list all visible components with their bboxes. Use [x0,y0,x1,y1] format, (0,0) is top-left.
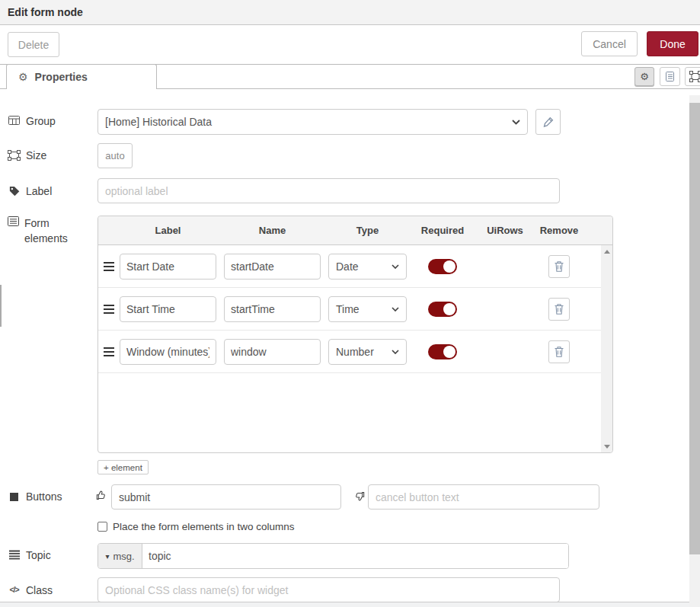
thumbs-up-icon [96,490,107,501]
pencil-icon [543,117,554,127]
form-elements-field-label: Form elements [8,216,73,247]
chevron-down-icon [512,120,520,125]
element-name-input[interactable] [224,254,321,280]
element-label-input[interactable] [120,254,216,280]
dialog-footer-strip [0,602,700,607]
add-element-button[interactable]: + element [97,460,149,474]
trash-icon [554,303,564,315]
form-element-row: Date [98,245,612,288]
form-elements-table-header: Label Name Type Required UiRows Remove [98,216,612,245]
topic-field-label: Topic [8,549,51,561]
group-select-value: [Home] Historical Data [105,116,212,128]
element-label-input[interactable] [120,296,216,322]
column-header-label: Label [120,225,216,236]
edit-form-node-dialog: Edit form node Delete Cancel Done ⚙ Prop… [0,0,700,607]
code-icon: </> [8,585,21,594]
caret-down-icon: ▾ [105,552,109,561]
scroll-up-icon[interactable] [601,245,612,257]
appearance-view-button[interactable] [685,67,700,86]
object-group-icon [8,150,21,161]
drag-handle-icon[interactable] [103,305,115,314]
table-grid-icon [8,116,21,125]
list-icon [8,216,19,226]
page-scrollbar-thumb[interactable] [689,103,700,554]
element-type-select[interactable]: Time [328,296,407,322]
form-elements-table-body: Date [98,245,612,452]
node-appearance-icon [689,71,700,82]
table-scrollbar[interactable] [601,245,612,452]
element-name-input[interactable] [224,339,321,365]
topic-typed-input: ▾ msg. [97,543,569,569]
gear-icon: ⚙ [18,72,28,82]
delete-button[interactable]: Delete [8,32,59,57]
align-justify-icon [8,550,21,560]
column-header-remove: Remove [532,225,587,236]
two-columns-checkbox[interactable] [97,522,107,532]
element-type-select[interactable]: Number [328,339,407,365]
form-element-row: Number [98,331,612,373]
element-type-select[interactable]: Date [328,254,407,280]
gear-icon: ⚙ [640,72,649,81]
element-name-input[interactable] [224,296,321,322]
topic-type-label: msg. [113,551,134,562]
cancel-button[interactable]: Cancel [581,31,638,56]
left-edge-divider [0,285,2,327]
tag-icon [8,186,21,196]
remove-element-button[interactable] [548,298,570,321]
chevron-down-icon [392,264,399,269]
element-label-input[interactable] [120,339,216,365]
column-header-type: Type [328,225,407,236]
edit-group-button[interactable] [535,109,561,135]
trash-icon [554,260,564,273]
remove-element-button[interactable] [548,340,570,363]
dialog-title: Edit form node [8,6,83,18]
form-element-row: Time [98,288,612,331]
class-input[interactable] [97,577,560,602]
size-field-label: Size [8,149,46,161]
topic-input[interactable] [142,544,568,568]
drag-handle-icon[interactable] [103,347,115,356]
chevron-down-icon [392,307,399,311]
trash-icon [554,346,564,358]
label-input[interactable] [97,178,560,203]
column-header-uirows: UiRows [478,225,532,236]
required-toggle[interactable] [428,302,457,317]
size-button[interactable]: auto [97,143,133,168]
column-header-required: Required [407,225,478,236]
label-field-label: Label [8,185,52,197]
description-view-button[interactable] [660,67,680,86]
group-select[interactable]: [Home] Historical Data [97,109,528,135]
document-icon [665,71,675,82]
two-columns-option: Place the form elements in two columns [97,521,295,532]
properties-view-button[interactable]: ⚙ [634,67,654,86]
column-header-name: Name [224,225,321,236]
two-columns-label: Place the form elements in two columns [113,521,295,532]
required-toggle[interactable] [428,344,457,359]
dialog-titlebar: Edit form node [0,0,700,25]
drag-handle-icon[interactable] [103,262,115,271]
cancel-button-text-input[interactable] [368,484,599,510]
remove-element-button[interactable] [548,255,570,278]
group-field-label: Group [8,115,56,127]
filled-square-icon [8,491,21,501]
tab-properties-label: Properties [35,71,88,83]
tab-properties[interactable]: ⚙ Properties [6,64,157,89]
class-field-label: </> Class [8,584,53,596]
buttons-field-label: Buttons [8,490,62,503]
submit-button-text-input[interactable] [111,484,341,510]
form-elements-table: Label Name Type Required UiRows Remove D… [97,216,613,453]
topic-type-select[interactable]: ▾ msg. [98,544,142,568]
required-toggle[interactable] [428,259,457,274]
scroll-down-icon[interactable] [601,440,612,452]
thumbs-down-icon [354,490,365,501]
done-button[interactable]: Done [647,31,698,56]
chevron-down-icon [392,350,399,354]
